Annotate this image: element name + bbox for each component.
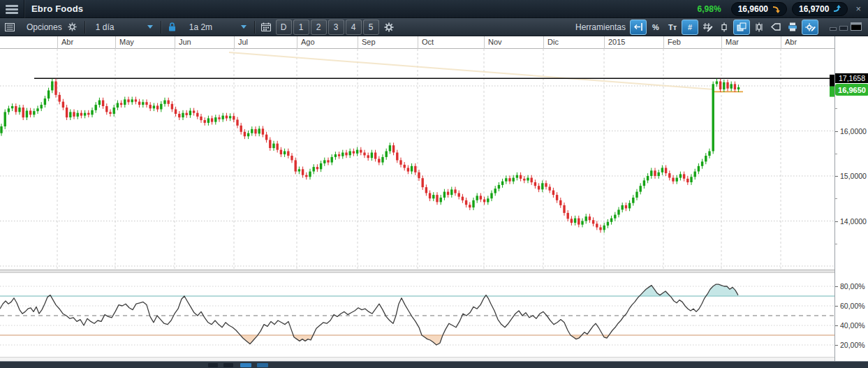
layout-small-icon[interactable] [830, 27, 837, 31]
ask-price-button[interactable]: 16,9700 [792, 2, 848, 16]
month-label-ago: Ago [301, 38, 315, 46]
month-label-abr: Abr [785, 38, 797, 46]
price-label: 14,0000 [840, 217, 867, 226]
month-label-jun: Jun [179, 38, 191, 46]
hamburger-menu-icon[interactable] [0, 0, 24, 18]
price-label: 16,0000 [840, 127, 867, 135]
candlestick-chart[interactable] [0, 49, 834, 270]
interval-dropdown[interactable]: 1 día [89, 20, 157, 34]
range-value: 1a 2m [186, 22, 215, 32]
axis-tick [835, 244, 837, 244]
month-tick [721, 36, 722, 49]
grid-icon[interactable]: # [682, 20, 698, 35]
bid-price-button[interactable]: 16,9600 [731, 2, 787, 16]
trading-app-window: Ebro Foods 6,98% 16,9600 16,9700 × [0, 0, 868, 368]
axis-tick [835, 306, 838, 307]
range-dropdown[interactable]: 1a 2m [182, 20, 251, 34]
price-axis[interactable]: 17,1658 16,9650 16,000015,000014,000080,… [834, 36, 868, 361]
axis-tick [835, 221, 838, 222]
period-button-4[interactable]: 4 [346, 20, 362, 35]
toolbar-separator [161, 21, 161, 34]
period-button-d[interactable]: D [276, 20, 292, 35]
month-tick [115, 36, 116, 49]
cursor-return-icon[interactable] [630, 20, 647, 35]
time-axis[interactable]: AbrMayJunJulAgoSepOctNovDic2015FebMarAbr [0, 36, 834, 49]
toolbar-separator [254, 21, 255, 34]
indicator-tool-icon[interactable] [751, 20, 767, 34]
month-tick [781, 36, 781, 49]
percent-icon[interactable]: % [648, 20, 663, 34]
draw-grid-icon[interactable] [700, 20, 715, 34]
list-glyph [5, 23, 15, 31]
month-label-may: May [119, 38, 134, 46]
percent-label: 40,00% [840, 321, 865, 330]
arrow-up-icon [832, 5, 841, 13]
period-button-2[interactable]: 2 [311, 20, 327, 35]
oscillator-chart[interactable] [0, 273, 834, 357]
layout-large-icon[interactable] [851, 22, 862, 31]
opciones-button[interactable]: Opciones [20, 20, 81, 34]
month-tick [297, 36, 297, 49]
month-tick [663, 36, 664, 49]
indicator-panel[interactable] [0, 273, 834, 357]
month-label-abr: Abr [61, 38, 73, 46]
tile-windows-icon[interactable] [733, 20, 750, 35]
period-button-group: D12345 [276, 20, 379, 35]
period-button-1[interactable]: 1 [293, 20, 309, 35]
month-label-nov: Nov [488, 38, 502, 46]
ask-price: 16,9700 [799, 4, 829, 14]
page-title: Ebro Foods [31, 3, 83, 14]
lock-icon[interactable] [165, 20, 180, 34]
price-chart-area[interactable] [0, 49, 834, 270]
title-bar: Ebro Foods 6,98% 16,9600 16,9700 × [0, 0, 868, 18]
panel-layout-group [830, 22, 862, 31]
month-label-dic: Dic [547, 38, 559, 46]
axis-tick [835, 325, 838, 326]
month-tick [604, 36, 605, 49]
titlebar-divider [24, 0, 24, 18]
percent-label: 60,00% [840, 302, 865, 310]
candlestick-tool-icon[interactable] [716, 20, 732, 34]
month-label-sep: Sep [362, 38, 376, 46]
layout-medium-icon[interactable] [839, 25, 848, 31]
bottom-bar-button[interactable] [208, 363, 218, 367]
bottom-bar-button[interactable] [240, 363, 251, 367]
month-tick [418, 36, 418, 49]
axis-tick [835, 108, 837, 109]
interval-value: 1 día [93, 22, 117, 32]
drawing-tools-group: %Tт# [630, 20, 818, 35]
list-view-icon[interactable] [2, 20, 17, 34]
text-tool-icon[interactable]: Tт [665, 20, 680, 34]
axis-tick [835, 154, 837, 154]
bottom-panel-bar[interactable] [0, 361, 868, 368]
eraser-icon[interactable] [768, 20, 784, 34]
month-tick [57, 36, 58, 49]
calendar-glyph [261, 22, 271, 31]
period-button-5[interactable]: 5 [363, 20, 379, 35]
arrow-down-icon [772, 5, 780, 13]
chevron-down-icon [241, 25, 247, 29]
month-tick [543, 36, 544, 49]
chart-settings-icon[interactable] [802, 20, 818, 35]
bid-price: 16,9600 [738, 4, 768, 14]
close-icon[interactable]: × [855, 3, 861, 14]
month-tick [175, 36, 175, 49]
bottom-bar-button[interactable] [223, 363, 233, 367]
percent-label: 80,00% [840, 282, 865, 290]
period-button-3[interactable]: 3 [328, 20, 344, 35]
gear-icon [68, 22, 77, 31]
axis-tick [835, 131, 838, 132]
settings-gear-icon[interactable] [381, 20, 397, 34]
month-label-jul: Jul [238, 38, 248, 46]
resistance-price-tag: 17,1658 [835, 73, 868, 83]
axis-tick [835, 286, 838, 287]
month-label-feb: Feb [668, 38, 681, 46]
lock-glyph [168, 22, 176, 31]
print-icon[interactable] [785, 20, 800, 34]
gear-glyph [384, 22, 394, 32]
month-label-2015: 2015 [608, 38, 625, 46]
calendar-icon[interactable] [258, 20, 274, 34]
chevron-down-icon [147, 25, 153, 29]
bottom-bar-button[interactable] [257, 363, 268, 367]
chart-toolbar: Opciones 1 día 1a 2m [0, 18, 868, 36]
